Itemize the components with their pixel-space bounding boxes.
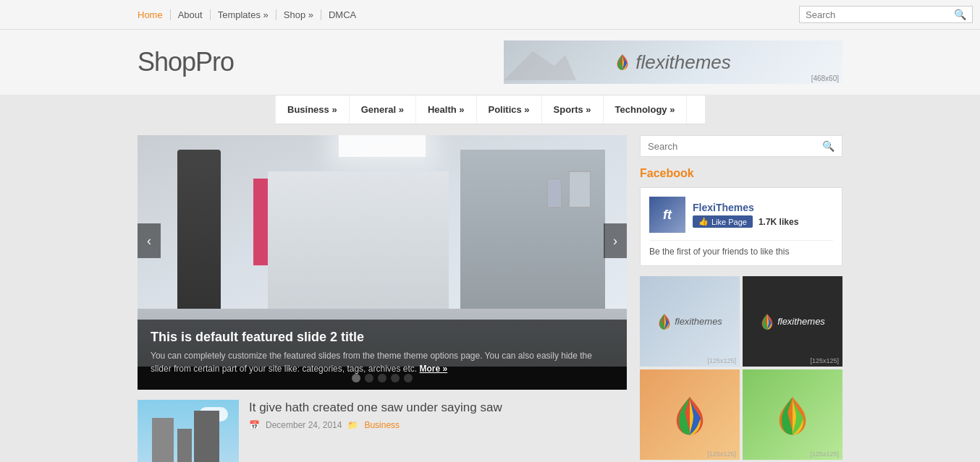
nav-templates[interactable]: Templates » (211, 9, 276, 20)
banner-logo-text: flexithemes (635, 51, 731, 74)
slider-prev-button[interactable]: ‹ (138, 223, 161, 258)
slider-caption: This is default featured slide 2 title Y… (138, 320, 627, 390)
ad-size-2: [125x125] (810, 357, 839, 364)
ad-logo-text-1: flexithemes (675, 316, 722, 327)
top-search-input[interactable] (806, 9, 954, 20)
top-search-box: 🔍 (799, 6, 973, 23)
cat-politics[interactable]: Politics » (477, 95, 542, 124)
fb-thumb-icon: 👍 (698, 217, 709, 226)
article-title: It give hath created one saw under sayin… (249, 400, 502, 416)
ad-leaf-icon-2 (760, 313, 774, 330)
store-product-2 (547, 179, 562, 208)
facebook-likes-count: 1.7K likes (759, 217, 798, 227)
facebook-friend-text: Be the first of your friends to like thi… (649, 240, 833, 257)
sidebar: 🔍 Facebook ft FlexiThemes 👍 Like Page (640, 135, 842, 462)
banner-mountain-icon (504, 44, 576, 80)
ad-size-3: [125x125] (707, 450, 736, 458)
folder-icon: 📁 (347, 420, 358, 430)
main-wrapper: U ‹ › This is default featured slide 2 t… (138, 135, 842, 462)
main-content: U ‹ › This is default featured slide 2 t… (138, 135, 627, 462)
article-meta: 📅 December 24, 2014 📁 Business (249, 420, 502, 430)
article-info: It give hath created one saw under sayin… (249, 400, 502, 430)
facebook-section-title: Facebook (640, 167, 842, 180)
ad-leaf-icon-1 (657, 313, 672, 330)
nav-shop[interactable]: Shop » (276, 9, 321, 20)
ad-leaf-icon-4 (774, 393, 811, 437)
cat-technology[interactable]: Technology » (604, 95, 688, 124)
ad-logo-2: flexithemes (760, 313, 825, 330)
nav-about[interactable]: About (171, 9, 211, 20)
thumb-building-3 (194, 411, 219, 462)
article-preview: It give hath created one saw under sayin… (138, 400, 627, 462)
sidebar-search-icon: 🔍 (822, 140, 835, 152)
featured-slider: U ‹ › This is default featured slide 2 t… (138, 135, 627, 390)
advertisement-grid: flexithemes [125x125] flexithemes [125x1… (640, 276, 842, 460)
calendar-icon: 📅 (249, 420, 260, 430)
facebook-avatar: ft (649, 197, 685, 233)
sidebar-search-box: 🔍 (640, 135, 842, 157)
svg-marker-0 (504, 51, 576, 80)
fb-like-label: Like Page (711, 218, 747, 226)
ad-box-3[interactable]: [125x125] (640, 369, 740, 460)
slider-caption-text: You can completely customize the feature… (151, 349, 614, 375)
ad-box-4[interactable]: [125x125] (743, 369, 842, 460)
slider-next-button[interactable]: › (604, 223, 627, 258)
top-navigation: Home About Templates » Shop » DMCA 🔍 (0, 0, 980, 30)
ad-size-1: [125x125] (707, 357, 736, 364)
banner-inner: flexithemes (504, 40, 842, 84)
slider-caption-title: This is default featured slide 2 title (151, 330, 614, 345)
ad-box-2[interactable]: flexithemes [125x125] (743, 276, 842, 367)
article-thumbnail (138, 400, 239, 462)
cat-sports[interactable]: Sports » (542, 95, 604, 124)
thumb-building-1 (152, 418, 174, 462)
fb-avatar-text: ft (663, 208, 672, 223)
category-navigation-wrapper: Business » General » Health » Politics »… (138, 95, 842, 124)
thumb-building-2 (177, 429, 192, 462)
site-header: ShopPro flexithemes [468x60] (0, 30, 980, 95)
flexi-leaf-icon (615, 54, 630, 71)
ad-leaf-icon-3 (672, 393, 708, 437)
ad-size-4: [125x125] (810, 450, 839, 458)
banner-size-label: [468x60] (811, 74, 839, 82)
article-date: December 24, 2014 (266, 420, 342, 430)
category-navigation: Business » General » Health » Politics »… (275, 95, 705, 124)
facebook-like-row: 👍 Like Page 1.7K likes (693, 215, 798, 228)
facebook-page-name: FlexiThemes (693, 202, 798, 213)
ad-logo-text-2: flexithemes (777, 316, 825, 327)
ad-box-1[interactable]: flexithemes [125x125] (640, 276, 740, 367)
sidebar-facebook-section: Facebook ft FlexiThemes 👍 Like Page 1 (640, 167, 842, 266)
facebook-page-row: ft FlexiThemes 👍 Like Page 1.7K likes (649, 197, 833, 233)
facebook-box: ft FlexiThemes 👍 Like Page 1.7K likes (640, 187, 842, 266)
slider-more-link[interactable]: More » (420, 364, 448, 374)
store-product (569, 171, 591, 208)
person-silhouette (177, 150, 221, 309)
nav-dmca[interactable]: DMCA (321, 9, 363, 20)
top-nav-links: Home About Templates » Shop » DMCA (138, 9, 363, 20)
facebook-page-info: FlexiThemes 👍 Like Page 1.7K likes (693, 202, 798, 228)
site-title: ShopPro (138, 47, 234, 77)
top-search-icon: 🔍 (954, 9, 966, 20)
ceiling-light (339, 135, 426, 157)
article-category-link[interactable]: Business (364, 420, 400, 430)
facebook-like-button[interactable]: 👍 Like Page (693, 215, 753, 228)
sidebar-search-input[interactable] (648, 141, 822, 152)
nav-home[interactable]: Home (138, 9, 171, 20)
banner-advertisement[interactable]: flexithemes [468x60] (504, 40, 842, 84)
ad-logo-1: flexithemes (657, 313, 722, 330)
cat-health[interactable]: Health » (416, 95, 477, 124)
cat-business[interactable]: Business » (275, 95, 350, 124)
cat-general[interactable]: General » (350, 95, 416, 124)
